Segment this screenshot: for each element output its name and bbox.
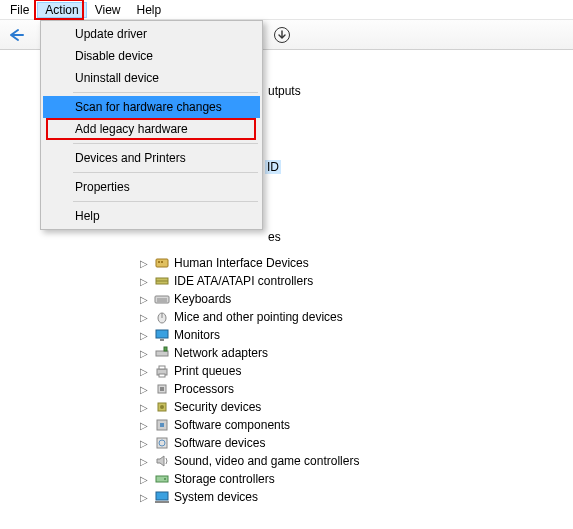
tree-node-label: Human Interface Devices [174,256,309,270]
tree-node[interactable]: ▷Print queues [18,362,573,380]
swdev-icon [154,435,170,451]
chevron-right-icon[interactable]: ▷ [138,384,150,395]
svg-point-21 [160,405,164,409]
tree-node-label: Software devices [174,436,265,450]
tree-node[interactable]: ▷Mice and other pointing devices [18,308,573,326]
dropdown-separator [73,143,258,144]
chevron-right-icon[interactable]: ▷ [138,294,150,305]
menubar: File Action View Help [0,0,573,20]
dropdown-separator [73,92,258,93]
tree-node[interactable]: ▷System devices [18,488,573,506]
svg-rect-27 [156,492,168,500]
scan-toolbar-button[interactable] [270,23,294,47]
dropdown-separator [73,201,258,202]
tree-node[interactable]: ▷Monitors [18,326,573,344]
menu-devices-printers[interactable]: Devices and Printers [43,147,260,169]
svg-rect-13 [156,351,168,356]
security-icon [154,399,170,415]
tree-node-label: Sound, video and game controllers [174,454,359,468]
tree-node-label: Security devices [174,400,261,414]
menu-action[interactable]: Action [37,2,86,18]
tree-node-label: Network adapters [174,346,268,360]
menu-scan-hardware[interactable]: Scan for hardware changes [43,96,260,118]
chevron-right-icon[interactable]: ▷ [138,276,150,287]
chevron-right-icon[interactable]: ▷ [138,402,150,413]
swcomp-icon [154,417,170,433]
keyboard-icon [154,291,170,307]
svg-rect-14 [164,347,167,351]
menu-uninstall-device[interactable]: Uninstall device [43,67,260,89]
hid-icon [154,255,170,271]
tree-node[interactable]: ▷Sound, video and game controllers [18,452,573,470]
menu-update-driver[interactable]: Update driver [43,23,260,45]
tree-node[interactable]: ▷Software components [18,416,573,434]
chevron-right-icon[interactable]: ▷ [138,492,150,503]
menu-help-item[interactable]: Help [43,205,260,227]
menu-add-legacy[interactable]: Add legacy hardware [43,118,260,140]
tree-node[interactable]: ▷Keyboards [18,290,573,308]
tree-node-label: Print queues [174,364,241,378]
monitor-icon [154,327,170,343]
action-dropdown: Update driver Disable device Uninstall d… [40,20,263,230]
chevron-right-icon[interactable]: ▷ [138,330,150,341]
tree-node-label: Processors [174,382,234,396]
tree-node-label: Monitors [174,328,220,342]
svg-rect-16 [159,366,165,369]
svg-rect-3 [161,261,163,263]
svg-point-26 [164,478,166,480]
menu-file[interactable]: File [2,2,37,18]
tree-node[interactable]: ▷Network adapters [18,344,573,362]
tree-node-label: System devices [174,490,258,504]
chevron-right-icon[interactable]: ▷ [138,474,150,485]
svg-rect-17 [159,374,165,377]
system-icon [154,489,170,505]
chevron-right-icon[interactable]: ▷ [138,312,150,323]
dropdown-separator [73,172,258,173]
tree-node[interactable]: ▷Storage controllers [18,470,573,488]
tree-node[interactable]: ▷IDE ATA/ATAPI controllers [18,272,573,290]
menu-view[interactable]: View [87,2,129,18]
tree-node-label: Software components [174,418,290,432]
svg-rect-11 [156,330,168,338]
mouse-icon [154,309,170,325]
chevron-right-icon[interactable]: ▷ [138,438,150,449]
tree-node-label: Keyboards [174,292,231,306]
cpu-icon [154,381,170,397]
printer-icon [154,363,170,379]
svg-rect-2 [158,261,160,263]
tree-node-label: Mice and other pointing devices [174,310,343,324]
ide-icon [154,273,170,289]
tree-node[interactable]: ▷Processors [18,380,573,398]
menu-disable-device[interactable]: Disable device [43,45,260,67]
network-icon [154,345,170,361]
tree-node[interactable]: ▷Human Interface Devices [18,254,573,272]
svg-rect-28 [155,501,169,503]
svg-rect-19 [160,387,164,391]
menu-properties[interactable]: Properties [43,176,260,198]
storage-icon [154,471,170,487]
chevron-right-icon[interactable]: ▷ [138,348,150,359]
tree-node[interactable]: ▷Security devices [18,398,573,416]
chevron-right-icon[interactable]: ▷ [138,456,150,467]
svg-rect-25 [156,476,168,482]
tree-node[interactable]: ▷Software devices [18,434,573,452]
tree-node-label: Storage controllers [174,472,275,486]
svg-rect-12 [160,339,164,341]
sound-icon [154,453,170,469]
tree-node-label: IDE ATA/ATAPI controllers [174,274,313,288]
back-button[interactable] [4,23,28,47]
chevron-right-icon[interactable]: ▷ [138,420,150,431]
chevron-right-icon[interactable]: ▷ [138,258,150,269]
menu-help[interactable]: Help [129,2,170,18]
chevron-right-icon[interactable]: ▷ [138,366,150,377]
